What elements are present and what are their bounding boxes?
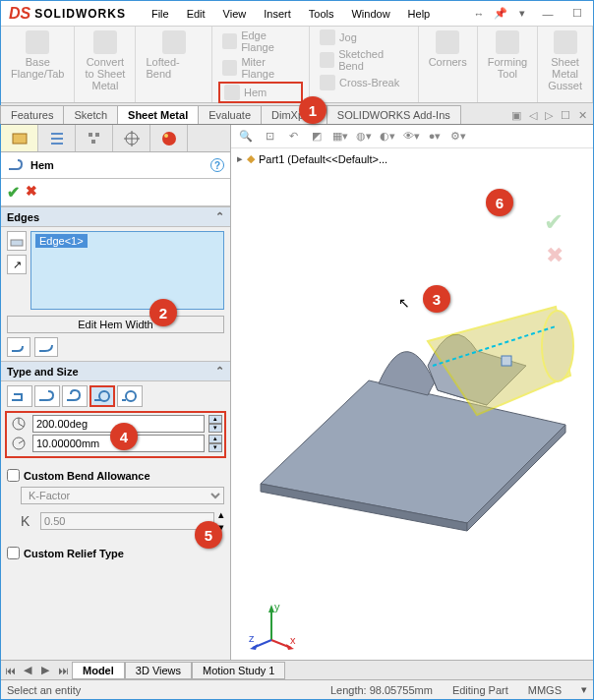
menu-help[interactable]: Help [400,5,439,23]
maximize-button[interactable]: ☐ [565,4,589,24]
edge-expand-icon[interactable]: ↗ [7,255,27,274]
tree-expand-icon[interactable]: ▸ [237,152,243,165]
edge-select-icon[interactable] [7,231,27,251]
bottom-tab-model[interactable]: Model [72,662,125,679]
hem-type-double-icon[interactable] [117,385,143,407]
first-tab-icon[interactable]: ⏮ [1,665,19,676]
svg-marker-33 [250,644,258,650]
pm-tab-tree[interactable] [76,125,113,151]
ribbon-sheet-metal-gusset[interactable]: Sheet Metal Gusset [544,29,586,93]
angle-down[interactable]: ▾ [208,424,222,433]
settings-icon[interactable]: ⚙▾ [449,128,467,146]
dropdown-icon[interactable]: ▾ [514,6,530,22]
svg-text:z: z [249,632,255,644]
status-units[interactable]: MMGS [528,684,562,696]
display-style-icon[interactable]: ◍▾ [355,128,373,146]
max-icon[interactable]: ☐ [559,107,572,124]
edge-item[interactable]: Edge<1> [35,234,88,248]
minimize-button[interactable]: — [536,4,560,24]
ribbon-sketched-bend[interactable]: Sketched Bend [316,47,412,73]
menu-edit[interactable]: Edit [179,5,213,23]
menu-tools[interactable]: Tools [301,5,342,23]
collapse-icon[interactable]: ⌃ [215,210,224,223]
menu-insert[interactable]: Insert [256,5,299,23]
help-icon[interactable]: ? [210,158,224,172]
ribbon-forming-tool[interactable]: Forming Tool [484,29,531,82]
tile-icon[interactable]: ▣ [509,107,523,124]
tab-sheet-metal[interactable]: Sheet Metal [117,105,199,124]
k-factor-input[interactable] [40,512,214,530]
custom-relief-type-checkbox[interactable] [7,547,20,559]
material-inside-icon[interactable] [7,337,30,357]
pin-icon[interactable]: 📌 [493,6,508,22]
scene-icon[interactable]: ◐▾ [379,128,396,146]
collapse-icon[interactable]: ⌃ [215,365,224,378]
hide-show-icon[interactable]: 👁▾ [402,128,420,146]
pm-tab-appearance[interactable] [150,125,188,151]
graphics-viewport[interactable]: 🔍 ⊡ ↶ ◩ ▦▾ ◍▾ ◐▾ 👁▾ ●▾ ⚙▾ ▸ ◆ Part1 (Def… [231,125,593,660]
ribbon-miter-flange[interactable]: Miter Flange [218,55,303,81]
section-icon[interactable]: ◩ [308,128,326,146]
ribbon-corners[interactable]: Corners [425,29,471,70]
close-icon[interactable]: ✕ [576,107,589,124]
prev-tab-icon[interactable]: ◀ [19,664,36,676]
viewport-cancel-icon[interactable]: ✖ [546,243,564,268]
crt-label: Custom Relief Type [24,548,124,559]
k-up[interactable]: ▴ [218,508,224,521]
zoom-area-icon[interactable]: ⊡ [261,128,278,146]
hem-type-rolled-icon[interactable] [89,385,115,407]
callout-3: 3 [423,285,450,313]
ribbon-cross-break[interactable]: Cross-Break [316,74,412,91]
radius-down[interactable]: ▾ [208,443,222,452]
edit-hem-width-button[interactable]: Edit Hem Width [7,316,224,333]
feature-tree-flyout[interactable]: ▸ ◆ Part1 (Default<<Default>... [231,148,593,169]
angle-up[interactable]: ▴ [208,415,222,424]
next-icon[interactable]: ▷ [543,107,555,124]
bottom-tab-motion[interactable]: Motion Study 1 [192,662,285,679]
prev-icon[interactable]: ◁ [527,107,539,124]
zoom-fit-icon[interactable]: 🔍 [237,128,255,146]
ok-button[interactable]: ✔ [7,183,20,202]
cba-method-select[interactable]: K-Factor [21,487,224,504]
status-dropdown-icon[interactable]: ▾ [581,683,587,696]
menu-file[interactable]: File [144,5,177,23]
ribbon-hem[interactable]: Hem [218,82,303,103]
ribbon-convert-sheet-metal[interactable]: Convert to Sheet Metal [81,29,129,93]
ribbon-jog[interactable]: Jog [316,29,412,46]
edges-selection-list[interactable]: Edge<1> [30,231,224,310]
menu-view[interactable]: View [215,5,255,23]
svg-line-18 [19,440,24,443]
ribbon-edge-flange[interactable]: Edge Flange [218,29,303,54]
part-name[interactable]: Part1 (Default<<Default>... [259,153,387,165]
viewport-accept-icon[interactable]: ✔ [544,208,564,236]
tab-sketch[interactable]: Sketch [63,105,118,124]
last-tab-icon[interactable]: ⏭ [54,665,72,676]
ribbon: Base Flange/Tab Convert to Sheet Metal L… [1,27,593,103]
hem-type-open-icon[interactable] [34,385,60,407]
pm-tab-list[interactable] [38,125,76,151]
bottom-tab-3dviews[interactable]: 3D Views [125,662,192,679]
radius-up[interactable]: ▴ [208,435,222,443]
expand-icon[interactable]: ↔ [471,6,487,22]
view-orient-icon[interactable]: ▦▾ [331,128,349,146]
hem-type-closed-icon[interactable] [7,385,32,407]
tab-features[interactable]: Features [0,105,64,124]
svg-text:x: x [290,634,296,646]
pm-tab-feature[interactable] [1,125,38,151]
tab-evaluate[interactable]: Evaluate [198,105,262,124]
ribbon-lofted-bend[interactable]: Lofted-Bend [142,29,206,82]
custom-bend-allowance-checkbox[interactable] [7,469,20,482]
tab-addins[interactable]: SOLIDWORKS Add-Ins [327,105,461,124]
prev-view-icon[interactable]: ↶ [284,128,302,146]
ribbon-base-flange[interactable]: Base Flange/Tab [7,29,68,82]
feature-title: Hem [30,159,54,171]
appearance-icon[interactable]: ●▾ [426,128,444,146]
material-outside-icon[interactable] [34,337,58,357]
pm-tab-target[interactable] [113,125,150,151]
view-triad[interactable]: y x z [247,601,296,650]
view-toolbar: 🔍 ⊡ ↶ ◩ ▦▾ ◍▾ ◐▾ 👁▾ ●▾ ⚙▾ [231,125,593,148]
cancel-button[interactable]: ✖ [26,183,37,202]
next-tab-icon[interactable]: ▶ [36,664,54,676]
hem-type-teardrop-icon[interactable] [62,385,88,407]
menu-window[interactable]: Window [343,5,397,23]
